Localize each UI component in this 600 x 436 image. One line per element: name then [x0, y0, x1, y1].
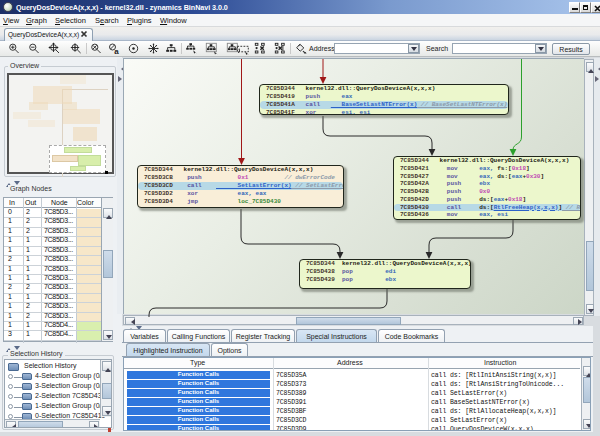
svg-text:a: a [114, 47, 119, 56]
